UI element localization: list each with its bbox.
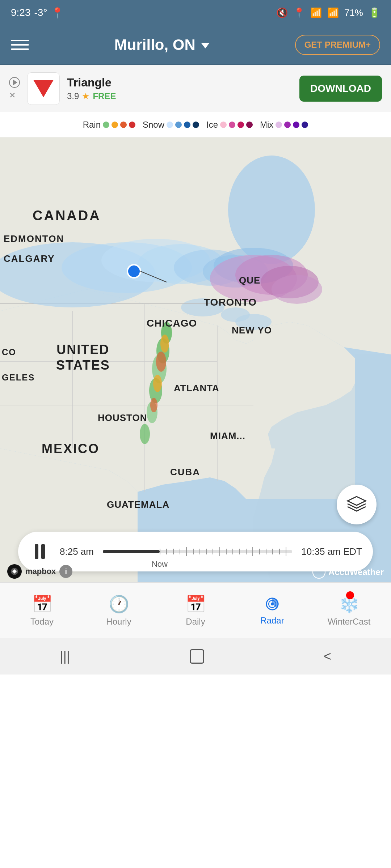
mix-dot-1	[276, 122, 282, 128]
accuweather-attribution: AccuWeather	[312, 566, 384, 579]
location-pin-icon: 📍	[51, 7, 64, 19]
rain-dot-2	[112, 122, 118, 128]
snow-label: Snow	[143, 120, 164, 130]
snow-dot-2	[175, 122, 182, 128]
snow-dot-1	[167, 122, 173, 128]
svg-point-28	[160, 335, 169, 353]
mapbox-attribution: mapbox i	[7, 564, 72, 579]
mix-legend: Mix	[260, 120, 308, 130]
hourly-icon: 🕐	[109, 594, 129, 614]
timeline-track	[103, 550, 292, 553]
mute-icon: 🔇	[276, 7, 288, 18]
rain-label: Rain	[83, 120, 101, 130]
ad-close-icon[interactable]: ✕	[9, 91, 20, 100]
battery-icon: 🔋	[369, 7, 380, 18]
ad-controls: ✕	[9, 77, 20, 100]
precipitation-legend: Rain Snow Ice Mix	[0, 112, 391, 137]
status-left: 9:23 -3° 📍	[11, 7, 64, 19]
bottom-navigation: 📅 Today 🕐 Hourly 📅 Daily Radar ❄️ Winter…	[0, 582, 391, 638]
android-home-button[interactable]	[190, 649, 204, 664]
svg-point-21	[272, 275, 322, 304]
android-menu-button[interactable]: |||	[60, 649, 70, 664]
nav-today[interactable]: 📅 Today	[4, 594, 80, 627]
hourly-label: Hourly	[106, 617, 131, 627]
mapbox-label: mapbox	[25, 567, 56, 576]
ice-dot-4	[246, 122, 253, 128]
location-title-area[interactable]: Murillo, ON	[114, 36, 210, 54]
ad-play-icon[interactable]	[9, 77, 20, 88]
ad-banner: ✕ Triangle 3.9 ★ FREE DOWNLOAD	[0, 65, 391, 112]
premium-button[interactable]: GET PREMIUM+	[295, 35, 380, 55]
radar-icon	[264, 595, 281, 613]
timeline-fill	[103, 550, 160, 553]
svg-marker-34	[348, 497, 366, 505]
timeline-start-time: 8:25 am	[60, 546, 94, 557]
ad-price: FREE	[93, 91, 116, 101]
status-bar: 9:23 -3° 📍 🔇 📍 📶 📶 71% 🔋	[0, 0, 391, 25]
mix-label: Mix	[260, 120, 273, 130]
location-icon: 📍	[293, 7, 305, 18]
rain-dot-1	[103, 122, 109, 128]
accuweather-label: AccuWeather	[328, 567, 384, 577]
timeline-ticks	[160, 550, 292, 553]
mix-dot-4	[302, 122, 308, 128]
nav-daily[interactable]: 📅 Daily	[157, 594, 234, 627]
layers-button[interactable]	[337, 485, 377, 524]
ad-download-button[interactable]: DOWNLOAD	[299, 76, 382, 102]
ad-star-icon: ★	[82, 91, 90, 101]
location-label: Murillo, ON	[114, 36, 196, 54]
svg-point-3	[235, 314, 272, 330]
svg-point-32	[127, 265, 140, 278]
svg-point-30	[153, 375, 162, 392]
status-temp: -3°	[34, 7, 47, 18]
mix-dot-3	[293, 122, 299, 128]
chevron-down-icon	[201, 43, 210, 48]
pause-button[interactable]	[29, 541, 51, 562]
menu-button[interactable]	[11, 40, 29, 50]
svg-point-31	[150, 398, 157, 412]
snow-dot-3	[184, 122, 190, 128]
wintercast-badge	[346, 591, 354, 599]
ice-dot-1	[220, 122, 227, 128]
accuweather-icon	[312, 566, 325, 579]
nav-wintercast[interactable]: ❄️ WinterCast	[311, 594, 387, 627]
svg-point-38	[271, 603, 274, 605]
ad-subtitle: 3.9 ★ FREE	[67, 91, 292, 101]
today-label: Today	[30, 617, 54, 627]
ad-info: Triangle 3.9 ★ FREE	[67, 76, 292, 101]
daily-icon: 📅	[185, 594, 206, 614]
snow-dot-4	[193, 122, 199, 128]
map-svg	[0, 137, 391, 582]
ice-legend: Ice	[206, 120, 253, 130]
svg-point-1	[181, 298, 224, 316]
ad-rating: 3.9	[67, 91, 79, 101]
wintercast-label: WinterCast	[328, 617, 371, 627]
radar-map[interactable]: CANADA EDMONTON CALGARY UNITEDSTATES CHI…	[0, 137, 391, 582]
rain-legend: Rain	[83, 120, 135, 130]
triangle-logo-icon	[33, 80, 54, 97]
rain-dot-3	[120, 122, 127, 128]
layers-icon	[346, 494, 367, 515]
svg-point-4	[228, 156, 315, 264]
ad-logo	[27, 72, 60, 105]
android-back-button[interactable]: <	[324, 649, 331, 664]
daily-label: Daily	[186, 617, 205, 627]
nav-radar[interactable]: Radar	[234, 595, 311, 626]
ice-dot-3	[237, 122, 244, 128]
svg-point-27	[140, 424, 150, 444]
snow-legend: Snow	[143, 120, 199, 130]
info-icon[interactable]: i	[59, 565, 72, 578]
wifi-icon: 📶	[310, 7, 322, 18]
ice-dot-2	[229, 122, 235, 128]
nav-hourly[interactable]: 🕐 Hourly	[80, 594, 157, 627]
rain-dot-4	[129, 122, 135, 128]
ice-label: Ice	[206, 120, 218, 130]
radar-label: Radar	[260, 616, 284, 626]
timeline-bar[interactable]: Now	[103, 544, 292, 559]
mapbox-icon	[7, 564, 22, 579]
svg-point-29	[156, 352, 166, 372]
status-time: 9:23	[11, 7, 31, 18]
app-header: Murillo, ON GET PREMIUM+	[0, 25, 391, 65]
timeline-end-time: 10:35 am EDT	[301, 546, 362, 557]
today-icon: 📅	[32, 594, 52, 614]
